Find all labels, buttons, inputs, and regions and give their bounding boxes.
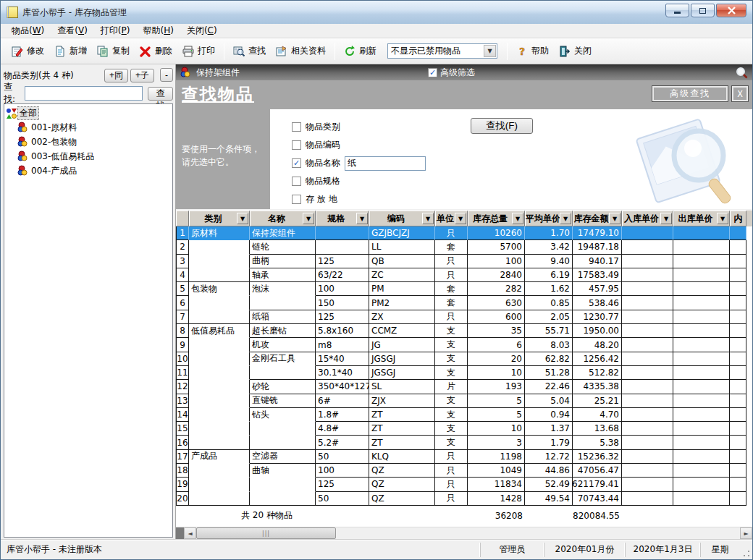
condition-checkbox[interactable]: [292, 195, 301, 204]
table-row-10[interactable]: 10金刚石工具15*40JGSGJ支2062.821256.42: [176, 352, 752, 366]
table-cell: [189, 394, 250, 408]
tree-item-003[interactable]: 003-低值易耗品: [6, 149, 171, 164]
column-header-8[interactable]: 库存金额▼: [573, 211, 622, 226]
exit-toolbar-button[interactable]: 关闭: [554, 42, 597, 60]
table-row-4[interactable]: 4轴承63/22ZC只28406.1917583.49: [176, 268, 752, 282]
scrollbar-thumb[interactable]: |||: [196, 527, 336, 539]
condition-checkbox[interactable]: [292, 177, 301, 186]
column-header-rownum[interactable]: [176, 211, 189, 226]
scroll-left-button[interactable]: ◄: [184, 527, 196, 539]
column-header-11[interactable]: 内: [730, 211, 746, 226]
sidebar-search-button[interactable]: 查找: [148, 87, 173, 101]
tree-root-all[interactable]: 全部: [6, 106, 171, 120]
table-row-20[interactable]: 2050QZ只142849.5470743.44: [176, 492, 752, 506]
toolbar-separator: [335, 43, 335, 60]
column-header-9[interactable]: 入库单价▼: [622, 211, 673, 226]
table-row-11[interactable]: 1130.1*40JGSGJ支1051.28512.82: [176, 366, 752, 380]
table-row-14[interactable]: 14钻头1.8#ZT支50.944.70: [176, 408, 752, 422]
magnifier-icon[interactable]: [736, 67, 748, 79]
panel-close-button[interactable]: X: [732, 86, 748, 101]
menu-item-w[interactable]: 物品(W): [5, 23, 51, 38]
column-filter-dropdown[interactable]: ▼: [356, 213, 368, 224]
delete-toolbar-button[interactable]: 删除: [135, 42, 177, 60]
table-row-16[interactable]: 165.2#ZT支31.795.38: [176, 436, 752, 449]
column-header-5[interactable]: 单位▼: [435, 211, 468, 226]
horizontal-scrollbar[interactable]: ◄ ||| ►: [176, 527, 752, 539]
table-cell: [189, 268, 250, 282]
tree-item-002[interactable]: 002-包装物: [6, 135, 171, 149]
column-header-10[interactable]: 出库单价▼: [673, 211, 730, 226]
close-button[interactable]: [716, 4, 746, 17]
advanced-filter-checkbox[interactable]: ✓: [428, 68, 437, 77]
scroll-right-button[interactable]: ►: [740, 527, 752, 539]
tree-item-001[interactable]: 001-原材料: [6, 120, 171, 135]
column-header-4[interactable]: 编码▼: [369, 211, 435, 226]
table-cell: [622, 352, 673, 366]
column-filter-dropdown[interactable]: ▼: [455, 213, 466, 224]
refresh-toolbar-button[interactable]: 刷新: [339, 42, 382, 60]
column-header-2[interactable]: 名称▼: [250, 211, 316, 226]
menu-item-h[interactable]: 帮助(H): [136, 23, 180, 38]
print-toolbar-button[interactable]: 打印: [177, 42, 220, 60]
condition-checkbox[interactable]: [292, 122, 301, 132]
add-sibling-category-button[interactable]: +同: [104, 69, 128, 82]
table-row-3[interactable]: 3曲柄125QB只1009.40940.17: [176, 255, 752, 268]
resize-grip[interactable]: [742, 549, 751, 558]
sidebar-search-input[interactable]: [25, 86, 143, 101]
table-row-9[interactable]: 9机攻m8JG支68.0348.20: [176, 338, 752, 352]
column-filter-dropdown[interactable]: ▼: [237, 213, 248, 224]
disabled-items-filter-select[interactable]: 不显示已禁用物品▼: [387, 43, 497, 59]
scrollbar-track[interactable]: [336, 527, 740, 539]
table-row-15[interactable]: 154.8#ZT支101.3713.68: [176, 422, 752, 436]
table-row-2[interactable]: 2链轮LL套57003.4219487.18: [176, 240, 752, 254]
copy-toolbar-button[interactable]: 复制: [92, 42, 135, 60]
table-cell: [622, 268, 673, 282]
column-header-6[interactable]: 库存总量▼: [468, 211, 525, 226]
column-filter-dropdown[interactable]: ▼: [609, 213, 621, 224]
column-header-3[interactable]: 规格▼: [316, 211, 369, 226]
svg-text:?: ?: [519, 46, 525, 57]
table-cell: 1428: [468, 492, 525, 506]
chevron-down-icon[interactable]: ▼: [484, 45, 496, 57]
find-toolbar-button[interactable]: 查找: [228, 42, 271, 60]
table-row-13[interactable]: 13直键铣6#ZJX支55.0425.21: [176, 394, 752, 408]
new-toolbar-button[interactable]: 新增: [49, 42, 92, 60]
menu-item-c[interactable]: 关闭(C): [180, 23, 224, 38]
table-cell: QB: [369, 255, 435, 268]
table-row-18[interactable]: 18曲轴100QZ只104944.8647056.47: [176, 464, 752, 478]
table-cell: 125: [316, 255, 369, 268]
menu-item-p[interactable]: 打印(P): [94, 23, 137, 38]
add-child-category-button[interactable]: +子: [130, 69, 154, 82]
table-row-8[interactable]: 8低值易耗品超长磨钻5.8x160CCMZ支3555.711950.00: [176, 324, 752, 338]
advanced-find-button[interactable]: 高级查找: [652, 86, 728, 101]
table-cell: 16: [176, 436, 189, 449]
column-filter-dropdown[interactable]: ▼: [512, 213, 523, 224]
item-name-input[interactable]: [345, 156, 426, 171]
condition-checkbox[interactable]: ✓: [292, 158, 301, 168]
tree-item-004[interactable]: 004-产成品: [6, 164, 171, 178]
column-filter-dropdown[interactable]: ▼: [303, 213, 314, 224]
condition-checkbox[interactable]: [292, 140, 301, 150]
menu-item-v[interactable]: 查看(V): [51, 23, 94, 38]
find-button[interactable]: 查找(F): [471, 118, 533, 134]
table-row-17[interactable]: 17产成品空滤器50KLQ只119812.7215236.32: [176, 450, 752, 464]
table-row-1[interactable]: 1原材料保持架组件GZJBCJZJ只102601.7017479.10: [176, 226, 752, 240]
table-row-19[interactable]: 19125QZ只1183452.49621179.41: [176, 478, 752, 491]
table-row-12[interactable]: 12砂轮350*40*127SL片19322.464335.38: [176, 380, 752, 394]
edit-toolbar-button[interactable]: 修改: [7, 42, 49, 60]
help-toolbar-button[interactable]: ?帮助: [511, 42, 554, 60]
related-toolbar-button[interactable]: 相关资料: [271, 42, 331, 60]
restore-button[interactable]: [691, 4, 715, 17]
column-header-7[interactable]: 平均单价▼: [525, 211, 573, 226]
table-row-6[interactable]: 6150PM2套6300.85538.46: [176, 296, 752, 310]
column-filter-dropdown[interactable]: ▼: [660, 213, 672, 224]
column-filter-dropdown[interactable]: ▼: [560, 213, 571, 224]
column-header-1[interactable]: 类别▼: [189, 211, 250, 226]
table-cell: [673, 492, 730, 506]
remove-category-button[interactable]: -: [160, 68, 173, 82]
table-row-7[interactable]: 7纸箱125ZX只6002.051230.77: [176, 310, 752, 324]
column-filter-dropdown[interactable]: ▼: [422, 213, 434, 224]
table-row-5[interactable]: 5包装物泡沫100PM套2821.62457.95: [176, 282, 752, 296]
column-filter-dropdown[interactable]: ▼: [717, 213, 728, 224]
minimize-button[interactable]: [665, 4, 689, 17]
